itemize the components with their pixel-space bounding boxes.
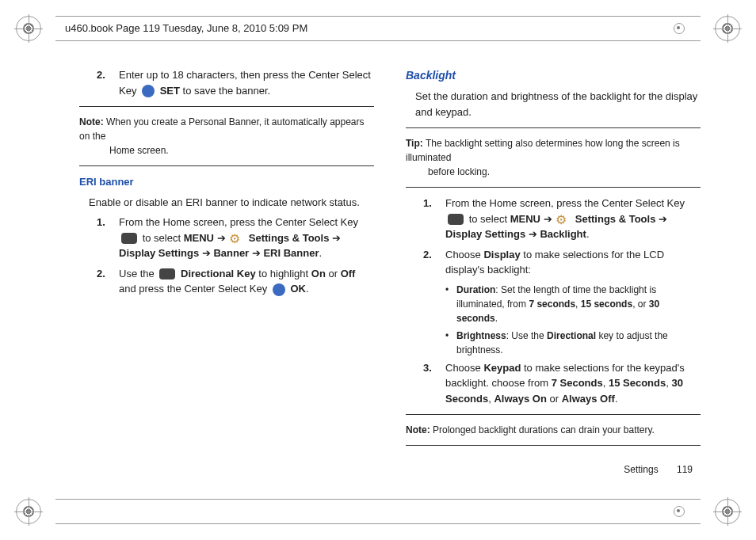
center-select-key-icon — [121, 233, 137, 244]
crop-mark-icon — [16, 499, 41, 524]
note-label: Note: — [406, 424, 430, 435]
bullet-item: • Duration: Set the length of time the b… — [406, 283, 701, 325]
bullet-icon: • — [445, 329, 456, 357]
step-body: From the Home screen, press the Center S… — [445, 196, 701, 242]
center-select-key-icon — [448, 214, 464, 225]
section-heading-backlight: Backlight — [406, 67, 701, 84]
divider — [406, 414, 701, 415]
step-item: 3. Choose Keypad to make selections for … — [406, 360, 701, 407]
step-item: 2. Use the Directional Key to highlight … — [79, 266, 374, 297]
tip: Tip: The backlight setting also determin… — [406, 136, 701, 179]
note-label: Note: — [79, 116, 104, 127]
step-number: 1. — [423, 196, 445, 242]
divider — [79, 165, 374, 166]
note: Note: When you create a Personal Banner,… — [79, 115, 374, 158]
step-number: 1. — [97, 215, 119, 261]
gear-icon — [557, 214, 570, 225]
footer-section: Settings — [624, 464, 658, 475]
step-body: Choose Keypad to make selections for the… — [445, 360, 701, 407]
divider — [406, 187, 701, 188]
footer-page-number: 119 — [677, 464, 693, 475]
printer-mark-icon — [674, 506, 685, 517]
page-content: 2. Enter up to 18 characters, then press… — [79, 67, 701, 477]
step-item: 1. From the Home screen, press the Cente… — [79, 215, 374, 261]
printer-footer-bar — [55, 499, 701, 524]
tip-label: Tip: — [406, 138, 423, 149]
step-number: 2. — [423, 247, 445, 278]
step-body: Use the Directional Key to highlight On … — [119, 266, 374, 297]
bullet-body: Duration: Set the length of time the bac… — [456, 283, 701, 325]
section-intro: Enable or disable an ERI banner to indic… — [89, 195, 374, 211]
step-item: 1. From the Home screen, press the Cente… — [406, 196, 701, 242]
gear-icon — [231, 233, 243, 244]
printer-mark-icon — [674, 23, 685, 34]
step-number: 2. — [97, 266, 119, 297]
printer-header-bar: u460.book Page 119 Tuesday, June 8, 2010… — [55, 16, 701, 41]
step-item: 2. Enter up to 18 characters, then press… — [79, 67, 374, 98]
section-heading-eri: ERI banner — [79, 174, 374, 190]
directional-key-icon — [159, 268, 175, 280]
divider — [406, 445, 701, 446]
printer-header-text: u460.book Page 119 Tuesday, June 8, 2010… — [65, 21, 307, 36]
crop-mark-icon — [715, 499, 740, 524]
step-body: Choose Display to make selections for th… — [445, 247, 701, 278]
step-item: 2. Choose Display to make selections for… — [406, 247, 701, 278]
page-footer: Settings 119 — [624, 462, 693, 477]
center-select-key-icon — [142, 85, 155, 97]
bullet-body: Brightness: Use the Directional key to a… — [456, 329, 701, 357]
crop-mark-icon — [715, 16, 740, 41]
bullet-item: • Brightness: Use the Directional key to… — [406, 329, 701, 357]
section-intro: Set the duration and brightness of the b… — [415, 89, 701, 120]
crop-mark-icon — [16, 16, 41, 41]
step-number: 2. — [97, 67, 119, 98]
right-column: Backlight Set the duration and brightnes… — [406, 67, 701, 477]
step-number: 3. — [423, 360, 445, 407]
step-body: From the Home screen, press the Center S… — [119, 215, 374, 261]
note: Note: Prolonged backlight durations can … — [406, 423, 701, 437]
divider — [79, 106, 374, 107]
center-select-key-icon — [273, 283, 285, 296]
divider — [406, 127, 701, 128]
left-column: 2. Enter up to 18 characters, then press… — [79, 67, 374, 477]
step-body: Enter up to 18 characters, then press th… — [119, 67, 374, 98]
bullet-icon: • — [445, 283, 456, 325]
